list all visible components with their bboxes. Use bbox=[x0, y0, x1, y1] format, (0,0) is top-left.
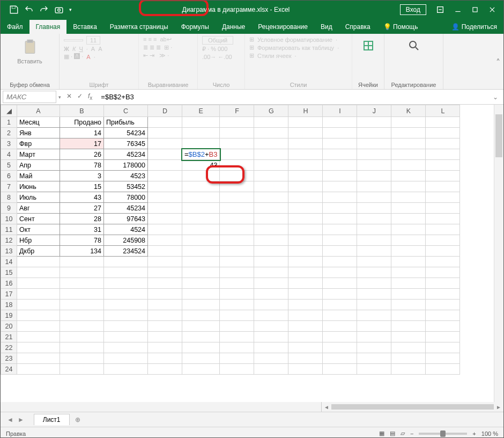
cell-G2[interactable] bbox=[254, 128, 288, 138]
cell-L18[interactable] bbox=[426, 300, 460, 310]
cell-I18[interactable] bbox=[323, 300, 357, 310]
cell-E1[interactable] bbox=[182, 117, 220, 128]
cell-L10[interactable] bbox=[426, 214, 460, 224]
cell-J23[interactable] bbox=[357, 353, 391, 364]
enter-formula-icon[interactable]: ✓ bbox=[77, 92, 83, 101]
cell-E18[interactable] bbox=[182, 300, 220, 310]
cell-C6[interactable]: 4523 bbox=[104, 171, 148, 181]
cell-K14[interactable] bbox=[391, 257, 426, 267]
cell-B14[interactable] bbox=[60, 257, 104, 267]
cell-J22[interactable] bbox=[357, 342, 391, 353]
cell-I14[interactable] bbox=[323, 257, 357, 267]
cell-F15[interactable] bbox=[220, 267, 254, 278]
cell-D2[interactable] bbox=[148, 128, 182, 138]
cell-D19[interactable] bbox=[148, 310, 182, 321]
cell-K21[interactable] bbox=[391, 332, 426, 342]
cell-I22[interactable] bbox=[323, 342, 357, 353]
cell-J5[interactable] bbox=[357, 160, 391, 171]
cell-E22[interactable] bbox=[182, 342, 220, 353]
cell-C10[interactable]: 97643 bbox=[104, 214, 148, 224]
cell-H7[interactable] bbox=[288, 181, 323, 192]
cell-F11[interactable] bbox=[220, 224, 254, 235]
cell-F13[interactable] bbox=[220, 246, 254, 257]
cell-F9[interactable] bbox=[220, 203, 254, 214]
cell-F17[interactable] bbox=[220, 289, 254, 300]
cell-B19[interactable] bbox=[60, 310, 104, 321]
cell-J12[interactable] bbox=[357, 235, 391, 246]
expand-formula-icon[interactable]: ⌄ bbox=[487, 93, 503, 101]
cell-E7[interactable] bbox=[182, 181, 220, 192]
camera-icon[interactable] bbox=[54, 5, 64, 14]
cell-A1[interactable]: Месяц bbox=[17, 117, 60, 128]
login-button[interactable]: Вход bbox=[400, 4, 426, 15]
cell-D4[interactable] bbox=[148, 149, 182, 160]
cell-G1[interactable] bbox=[254, 117, 288, 128]
tab-layout[interactable]: Разметка страницы bbox=[103, 20, 175, 34]
cell-I11[interactable] bbox=[323, 224, 357, 235]
tab-view[interactable]: Вид bbox=[314, 20, 339, 34]
cell-F16[interactable] bbox=[220, 278, 254, 289]
cell-I12[interactable] bbox=[323, 235, 357, 246]
cell-D24[interactable] bbox=[148, 364, 182, 375]
cell-E11[interactable] bbox=[182, 224, 220, 235]
cell-F23[interactable] bbox=[220, 353, 254, 364]
cell-D17[interactable] bbox=[148, 289, 182, 300]
cell-A9[interactable]: Авг bbox=[17, 203, 60, 214]
cell-A22[interactable] bbox=[17, 342, 60, 353]
cell-D23[interactable] bbox=[148, 353, 182, 364]
cell-J13[interactable] bbox=[357, 246, 391, 257]
ribbon-options-icon[interactable] bbox=[436, 5, 444, 14]
cell-F7[interactable] bbox=[220, 181, 254, 192]
cell-L23[interactable] bbox=[426, 353, 460, 364]
cell-L3[interactable] bbox=[426, 138, 460, 149]
cell-H18[interactable] bbox=[288, 300, 323, 310]
cell-E9[interactable] bbox=[182, 203, 220, 214]
cell-G8[interactable] bbox=[254, 192, 288, 203]
cell-C15[interactable] bbox=[104, 267, 148, 278]
cell-H10[interactable] bbox=[288, 214, 323, 224]
cell-C13[interactable]: 234524 bbox=[104, 246, 148, 257]
cell-C16[interactable] bbox=[104, 278, 148, 289]
cell-F5[interactable] bbox=[220, 160, 254, 171]
cell-F2[interactable] bbox=[220, 128, 254, 138]
cell-B12[interactable]: 78 bbox=[60, 235, 104, 246]
cell-J21[interactable] bbox=[357, 332, 391, 342]
cell-I16[interactable] bbox=[323, 278, 357, 289]
cell-D12[interactable] bbox=[148, 235, 182, 246]
row-hdr-24[interactable]: 24 bbox=[1, 364, 17, 375]
view-layout-icon[interactable]: ▤ bbox=[390, 430, 395, 437]
cell-H5[interactable] bbox=[288, 160, 323, 171]
cell-E6[interactable] bbox=[182, 171, 220, 181]
cell-D22[interactable] bbox=[148, 342, 182, 353]
cell-B13[interactable]: 134 bbox=[60, 246, 104, 257]
cell-J6[interactable] bbox=[357, 171, 391, 181]
cell-J16[interactable] bbox=[357, 278, 391, 289]
cell-G5[interactable] bbox=[254, 160, 288, 171]
row-hdr-22[interactable]: 22 bbox=[1, 342, 17, 353]
row-hdr-19[interactable]: 19 bbox=[1, 310, 17, 321]
row-hdr-17[interactable]: 17 bbox=[1, 289, 17, 300]
cell-C17[interactable] bbox=[104, 289, 148, 300]
cell-A16[interactable] bbox=[17, 278, 60, 289]
row-hdr-1[interactable]: 1 bbox=[1, 117, 17, 128]
cell-K20[interactable] bbox=[391, 321, 426, 332]
cell-styles-button[interactable]: ⊞ Стили ячеек · bbox=[249, 52, 347, 59]
collapse-ribbon-icon[interactable]: ˄ bbox=[496, 57, 500, 68]
cell-L17[interactable] bbox=[426, 289, 460, 300]
cell-C22[interactable] bbox=[104, 342, 148, 353]
cell-D18[interactable] bbox=[148, 300, 182, 310]
cell-H4[interactable] bbox=[288, 149, 323, 160]
cell-E23[interactable] bbox=[182, 353, 220, 364]
cell-H22[interactable] bbox=[288, 342, 323, 353]
cell-L14[interactable] bbox=[426, 257, 460, 267]
row-hdr-10[interactable]: 10 bbox=[1, 214, 17, 224]
cell-F12[interactable] bbox=[220, 235, 254, 246]
cell-H17[interactable] bbox=[288, 289, 323, 300]
cell-F21[interactable] bbox=[220, 332, 254, 342]
cell-K4[interactable] bbox=[391, 149, 426, 160]
cell-E13[interactable] bbox=[182, 246, 220, 257]
cell-G9[interactable] bbox=[254, 203, 288, 214]
cell-F1[interactable] bbox=[220, 117, 254, 128]
cell-G3[interactable] bbox=[254, 138, 288, 149]
cell-H15[interactable] bbox=[288, 267, 323, 278]
